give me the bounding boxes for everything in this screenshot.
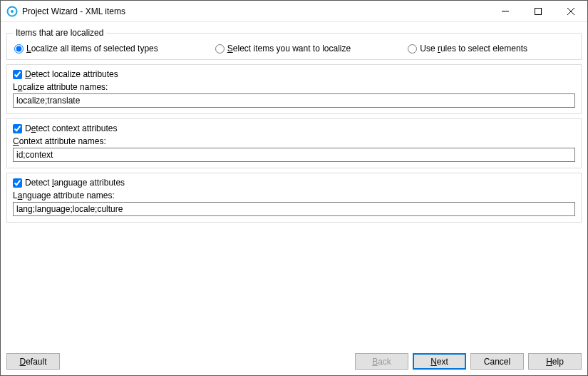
context-names-label: Context attribute names: (13, 136, 575, 146)
items-localized-group: Items that are localized Localize all it… (6, 28, 582, 60)
radio-use-rules-input[interactable] (408, 44, 417, 54)
help-button[interactable]: Help (528, 353, 582, 370)
items-localized-legend: Items that are localized (13, 28, 106, 38)
detect-context-checkbox-label: Detect context attributes (25, 123, 117, 133)
footer: Default Back Next Cancel Help (1, 349, 587, 375)
localize-attributes-block: Detect localize attributes Localize attr… (6, 64, 582, 114)
language-names-label: Language attribute names: (13, 190, 575, 200)
context-attributes-block: Detect context attributes Context attrib… (6, 118, 582, 168)
detect-language-checkbox-label: Detect language attributes (25, 178, 125, 188)
detect-language-checkbox-input[interactable] (13, 178, 22, 188)
detect-localize-checkbox-input[interactable] (13, 70, 22, 79)
radio-use-rules[interactable]: Use rules to select elements (408, 44, 527, 54)
radio-localize-all-input[interactable] (14, 44, 24, 54)
radio-select-items-input[interactable] (215, 44, 225, 54)
svg-point-1 (11, 10, 14, 13)
maximize-button[interactable] (522, 1, 555, 22)
radio-select-items-label: Select items you want to localize (227, 44, 351, 54)
language-names-input[interactable] (13, 202, 575, 216)
window-title: Project Wizard - XML items (22, 6, 125, 16)
back-button: Back (355, 353, 408, 370)
radio-localize-all[interactable]: Localize all items of selected types (14, 44, 158, 54)
radio-select-items[interactable]: Select items you want to localize (215, 44, 351, 54)
detect-language-checkbox[interactable]: Detect language attributes (13, 178, 575, 188)
app-icon (6, 6, 18, 17)
localize-names-input[interactable] (13, 93, 575, 108)
detect-localize-checkbox[interactable]: Detect localize attributes (13, 69, 575, 79)
close-button[interactable] (555, 1, 587, 22)
minimize-button[interactable] (489, 1, 522, 22)
content-area: Items that are localized Localize all it… (1, 22, 587, 349)
titlebar: Project Wizard - XML items (1, 1, 587, 22)
detect-localize-checkbox-label: Detect localize attributes (25, 69, 118, 79)
svg-rect-3 (535, 8, 542, 14)
default-button[interactable]: Default (6, 353, 60, 370)
language-attributes-block: Detect language attributes Language attr… (6, 173, 582, 223)
radio-use-rules-label: Use rules to select elements (420, 44, 527, 54)
context-names-input[interactable] (13, 148, 575, 162)
next-button[interactable]: Next (413, 353, 466, 370)
localize-names-label: Localize attribute names: (13, 82, 575, 92)
detect-context-checkbox-input[interactable] (13, 124, 22, 133)
cancel-button[interactable]: Cancel (470, 353, 524, 370)
detect-context-checkbox[interactable]: Detect context attributes (13, 123, 575, 133)
radio-localize-all-label: Localize all items of selected types (26, 44, 158, 54)
